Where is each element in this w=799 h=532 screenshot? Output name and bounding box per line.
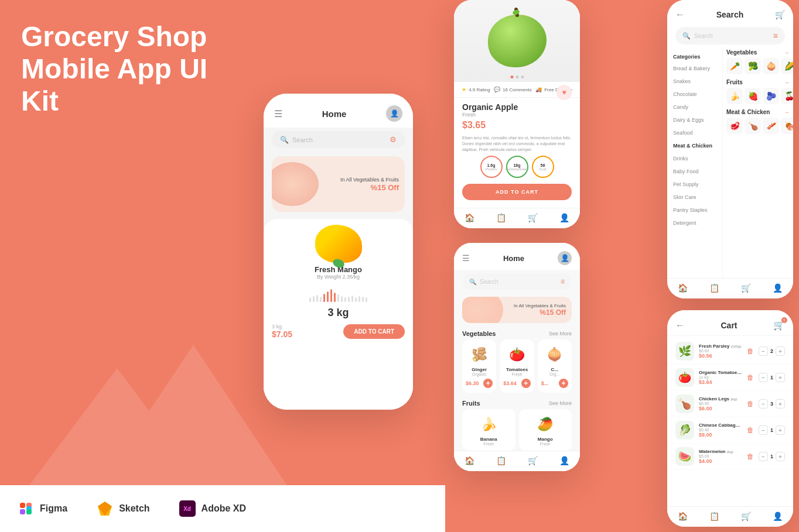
delete-icon-1[interactable]: 🗑 bbox=[747, 373, 754, 382]
cart-item-img-0: 🌿 bbox=[675, 342, 694, 361]
phone4-search[interactable]: 🔍 Search ≡ bbox=[462, 273, 572, 290]
phone3-nav-home[interactable]: 🏠 bbox=[678, 283, 688, 293]
fruit-item-3[interactable]: 🫐 bbox=[763, 88, 779, 104]
veg-img-1: 🍅 bbox=[505, 344, 528, 365]
phone4-filter-icon[interactable]: ≡ bbox=[561, 277, 565, 286]
nav-user-icon[interactable]: 👤 bbox=[559, 213, 569, 222]
fruit-item-2[interactable]: 🍓 bbox=[745, 88, 761, 104]
nav-cart-icon[interactable]: 🛒 bbox=[528, 213, 538, 222]
hamburger-icon[interactable]: ☰ bbox=[274, 108, 282, 119]
cart-badge: 🛒 5 bbox=[773, 320, 785, 331]
phone3-nav: 🏠 📋 🛒 👤 bbox=[667, 278, 793, 298]
increase-btn-2[interactable]: + bbox=[776, 399, 785, 409]
phone5-nav-home[interactable]: 🏠 bbox=[678, 512, 688, 521]
phone4-nav-user[interactable]: 👤 bbox=[559, 456, 569, 465]
decrease-btn-1[interactable]: − bbox=[759, 373, 768, 382]
veg-item-4[interactable]: 🌽 bbox=[781, 58, 793, 74]
veg-item-1[interactable]: 🥕 bbox=[726, 58, 743, 74]
phone3-nav-list[interactable]: 📋 bbox=[709, 283, 719, 293]
cat-seafood[interactable]: Seafood bbox=[667, 126, 722, 139]
increase-btn-1[interactable]: + bbox=[776, 373, 785, 382]
cart-back-button[interactable]: ← bbox=[675, 320, 685, 331]
meat-arrow[interactable]: → bbox=[784, 109, 790, 115]
phone5-nav-cart[interactable]: 🛒 bbox=[741, 512, 751, 521]
favorite-button[interactable]: ♥ bbox=[556, 85, 572, 100]
cat-detergent[interactable]: Detergent bbox=[667, 217, 722, 229]
cart-item-name-0: Fresh Parsley (100g) bbox=[699, 344, 742, 349]
products-section: Vegetables → 🥕 🥦 🧅 🌽 Fruits → 🍌 🍓 🫐 bbox=[723, 47, 793, 278]
increase-btn-4[interactable]: + bbox=[776, 452, 785, 461]
nav-home-icon[interactable]: 🏠 bbox=[465, 213, 474, 222]
meat-item-2[interactable]: 🍗 bbox=[745, 118, 761, 134]
veg-add-2[interactable]: + bbox=[559, 379, 568, 388]
veg-item-2[interactable]: 🥦 bbox=[745, 58, 761, 74]
fruit-arrow[interactable]: → bbox=[784, 79, 790, 85]
decrease-btn-4[interactable]: − bbox=[759, 452, 768, 461]
phone5-nav-user[interactable]: 👤 bbox=[773, 512, 783, 521]
cat-baby[interactable]: Baby Food bbox=[667, 165, 722, 178]
figma-tool: Figma bbox=[18, 500, 67, 517]
decrease-btn-2[interactable]: − bbox=[759, 399, 768, 409]
phone1-search-bar[interactable]: 🔍 Search ⚙ bbox=[272, 131, 405, 148]
product-detail-content: Organic Apple Fresh $3.65 ♥ Etiam arcu n… bbox=[454, 98, 580, 208]
phone4-nav-cart[interactable]: 🛒 bbox=[528, 456, 538, 465]
cat-chocolate[interactable]: Chocolate bbox=[667, 88, 722, 101]
meat-section-header: Meat & Chicken → bbox=[726, 109, 790, 115]
meat-item-3[interactable]: 🥓 bbox=[763, 118, 779, 134]
fruit-item-4[interactable]: 🍒 bbox=[781, 88, 793, 104]
nav-list-icon[interactable]: 📋 bbox=[496, 213, 506, 222]
cart-item-name-2: Chicken Legs (kg) bbox=[699, 396, 742, 401]
cat-bread[interactable]: Bread & Bakery bbox=[667, 62, 722, 75]
delete-icon-3[interactable]: 🗑 bbox=[747, 426, 754, 434]
cat-pantry[interactable]: Pantry Staples bbox=[667, 204, 722, 217]
veg-arrow[interactable]: → bbox=[784, 49, 790, 56]
qty-3: 1 bbox=[770, 427, 773, 433]
add-to-cart-button[interactable]: ADD TO CART bbox=[343, 324, 405, 339]
qty-1: 1 bbox=[770, 375, 773, 380]
increase-btn-0[interactable]: + bbox=[776, 346, 785, 356]
product-image-area bbox=[454, 0, 580, 82]
veg-item-3[interactable]: 🧅 bbox=[763, 58, 779, 74]
increase-btn-3[interactable]: + bbox=[776, 425, 785, 435]
delete-icon-2[interactable]: 🗑 bbox=[747, 400, 754, 408]
cat-meat[interactable]: Meat & Chicken bbox=[667, 139, 722, 152]
cat-drinks[interactable]: Drinks bbox=[667, 152, 722, 165]
star-icon: ★ bbox=[462, 87, 466, 92]
phone3-nav-user[interactable]: 👤 bbox=[773, 283, 783, 293]
phone4-nav-list[interactable]: 📋 bbox=[496, 456, 506, 465]
delete-icon-4[interactable]: 🗑 bbox=[747, 452, 754, 461]
fruit-item-1[interactable]: 🍌 bbox=[726, 88, 743, 104]
product-add-to-cart[interactable]: ADD TO CART bbox=[462, 184, 572, 200]
delete-icon-0[interactable]: 🗑 bbox=[747, 347, 754, 355]
cat-snakes[interactable]: Snakes bbox=[667, 75, 722, 88]
phone3-mockup: ← Search 🛒 🔍 Search ≡ Categories Bread &… bbox=[667, 0, 793, 298]
back-button[interactable]: ← bbox=[675, 9, 685, 20]
phone4-nav-home[interactable]: 🏠 bbox=[465, 456, 474, 465]
sketch-tool: Sketch bbox=[97, 500, 149, 517]
veg-see-more[interactable]: See More bbox=[549, 331, 572, 337]
phone3-search[interactable]: 🔍 Search ≡ bbox=[675, 27, 785, 44]
phone3-cart-icon[interactable]: 🛒 bbox=[775, 10, 785, 19]
cat-pet[interactable]: Pet Supply bbox=[667, 178, 722, 191]
veg-price-0: $6.30 bbox=[466, 380, 479, 386]
decrease-btn-3[interactable]: − bbox=[759, 425, 768, 435]
cat-skin[interactable]: Skin Care bbox=[667, 191, 722, 204]
cat-candy[interactable]: Candy bbox=[667, 101, 722, 114]
filter-icon[interactable]: ⚙ bbox=[390, 135, 397, 144]
phone5-nav-list[interactable]: 📋 bbox=[709, 512, 719, 521]
cat-dairy[interactable]: Dairy & Eggs bbox=[667, 114, 722, 126]
meat-item-4[interactable]: 🍖 bbox=[781, 118, 793, 134]
phone4-avatar[interactable]: 👤 bbox=[558, 251, 572, 265]
phone4-mockup: ☰ Home 👤 🔍 Search ≡ In All Vegetables & … bbox=[454, 243, 580, 471]
filter-icon[interactable]: ≡ bbox=[773, 31, 778, 40]
user-avatar[interactable]: 👤 bbox=[386, 105, 402, 122]
cart-item-price-2: $6.00 bbox=[699, 406, 742, 411]
phone4-hamburger[interactable]: ☰ bbox=[462, 253, 470, 263]
meat-item-1[interactable]: 🥩 bbox=[726, 118, 743, 134]
phone3-nav-cart[interactable]: 🛒 bbox=[741, 283, 751, 293]
weight-bar[interactable] bbox=[272, 286, 405, 302]
decrease-btn-0[interactable]: − bbox=[759, 346, 768, 356]
veg-add-1[interactable]: + bbox=[521, 379, 531, 388]
fruit-see-more[interactable]: See More bbox=[549, 400, 572, 406]
veg-add-0[interactable]: + bbox=[483, 379, 493, 388]
